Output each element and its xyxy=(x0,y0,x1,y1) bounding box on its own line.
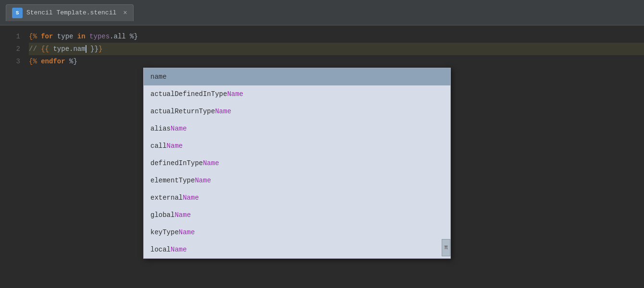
autocomplete-prefix: actualDefinedInType xyxy=(150,91,227,97)
tab-icon: S xyxy=(12,8,23,18)
tab-icon-text: S xyxy=(16,10,19,16)
token xyxy=(37,58,41,65)
token: }} xyxy=(87,45,99,53)
autocomplete-match: Name xyxy=(174,212,191,218)
autocomplete-prefix: alias xyxy=(150,125,171,132)
autocomplete-item-2[interactable]: actualReturnTypeName xyxy=(144,103,450,120)
autocomplete-item-10[interactable]: localName π xyxy=(144,241,450,258)
autocomplete-prefix: external xyxy=(150,194,183,201)
editor-tab[interactable]: S Stencil Template.stencil × xyxy=(6,4,134,21)
autocomplete-item-5[interactable]: definedInTypeName xyxy=(144,155,450,172)
token xyxy=(86,33,89,40)
autocomplete-prefix: call xyxy=(150,143,167,149)
autocomplete-prefix: elementType xyxy=(150,177,195,184)
token: type.nam xyxy=(49,45,86,53)
autocomplete-item-text: name xyxy=(150,73,167,80)
token: {% xyxy=(29,58,37,65)
tab-filename: Stencil Template.stencil xyxy=(26,9,116,16)
token: .all %} xyxy=(110,33,138,40)
token: %} xyxy=(65,58,77,65)
autocomplete-prefix: local xyxy=(150,246,171,253)
token-for: for xyxy=(41,33,53,40)
code-line-2: // {{ type.nam }}} xyxy=(29,43,644,55)
autocomplete-item-8[interactable]: globalName xyxy=(144,206,450,224)
code-line-3: {% endfor %} xyxy=(29,55,644,68)
autocomplete-match: Name xyxy=(215,108,231,115)
autocomplete-item-3[interactable]: aliasName xyxy=(144,120,450,137)
token-comment: // xyxy=(29,45,41,53)
token-close-brace: } xyxy=(99,45,102,53)
autocomplete-match: Name xyxy=(179,229,195,236)
line-number-1: 1 xyxy=(8,30,20,43)
autocomplete-item-6[interactable]: elementTypeName xyxy=(144,172,450,189)
autocomplete-item-selected[interactable]: name xyxy=(144,68,450,85)
token-in: in xyxy=(77,33,86,40)
tab-close-button[interactable]: × xyxy=(123,9,127,17)
autocomplete-prefix: definedInType xyxy=(150,160,203,167)
autocomplete-dropdown: name actualDefinedInTypeName actualRetur… xyxy=(143,68,451,259)
autocomplete-item-9[interactable]: keyTypeName xyxy=(144,224,450,241)
autocomplete-match: Name xyxy=(195,177,211,184)
autocomplete-prefix: actualReturnType xyxy=(150,108,215,115)
autocomplete-prefix: keyType xyxy=(150,229,179,236)
autocomplete-item-7[interactable]: externalName xyxy=(144,189,450,206)
token-types: types xyxy=(89,33,110,40)
autocomplete-item-1[interactable]: actualDefinedInTypeName xyxy=(144,85,450,103)
editor-area: 1 2 3 {% for type in types.all %} // {{ … xyxy=(0,25,644,288)
token xyxy=(37,33,41,40)
autocomplete-match: Name xyxy=(227,91,244,97)
autocomplete-match: Name xyxy=(171,125,187,132)
autocomplete-prefix: global xyxy=(150,212,174,218)
autocomplete-match: Name xyxy=(203,160,219,167)
line-numbers-gutter: 1 2 3 xyxy=(0,25,24,288)
token-open-brace: {{ xyxy=(41,45,49,53)
code-editor[interactable]: {% for type in types.all %} // {{ type.n… xyxy=(24,25,644,288)
scroll-icon: π xyxy=(444,245,447,251)
line-number-2: 2 xyxy=(8,43,20,55)
autocomplete-scrollbar[interactable]: π xyxy=(442,239,450,256)
autocomplete-match: Name xyxy=(183,194,199,201)
autocomplete-match: Name xyxy=(167,143,183,149)
token: {% xyxy=(29,33,37,40)
autocomplete-match: Name xyxy=(171,246,187,253)
autocomplete-item-4[interactable]: callName xyxy=(144,137,450,155)
line-number-3: 3 xyxy=(8,55,20,68)
token-endfor: endfor xyxy=(41,58,65,65)
code-line-1: {% for type in types.all %} xyxy=(29,30,644,43)
token: type xyxy=(53,33,77,40)
title-bar: S Stencil Template.stencil × xyxy=(0,0,644,25)
